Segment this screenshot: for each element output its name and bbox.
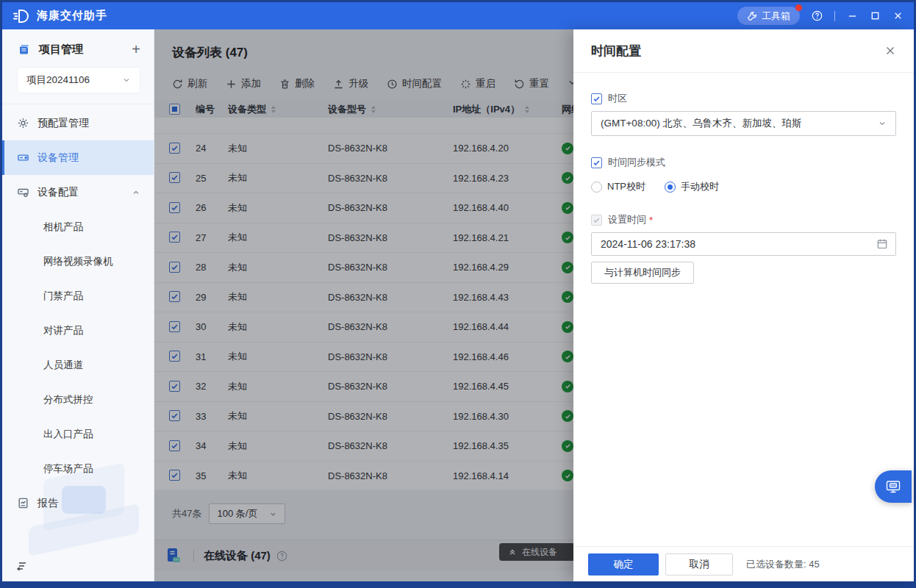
table-row[interactable]: 26 未知 DS-8632N-K8 192.168.4.40 [154, 193, 573, 223]
sort-icon[interactable] [371, 106, 376, 113]
table-row[interactable]: 32 未知 DS-8632N-K8 192.168.4.45 [154, 372, 573, 402]
check-icon [171, 323, 179, 331]
upload-icon [333, 79, 344, 90]
panel-close-button[interactable] [884, 45, 896, 57]
close-window-button[interactable] [892, 10, 904, 21]
set-time-input[interactable] [591, 232, 896, 256]
sidebar-subitem[interactable]: 相机产品 [2, 209, 154, 244]
device-model: DS-8632N-K8 [328, 411, 453, 422]
device-type: 未知 [228, 261, 328, 274]
device-model: DS-8632N-K8 [328, 321, 453, 332]
device-model: DS-8632N-K8 [328, 262, 453, 273]
col-header-num[interactable]: 编号 [196, 103, 228, 116]
row-checkbox[interactable] [169, 172, 180, 183]
device-ip: 192.168.4.44 [453, 321, 562, 332]
check-icon [171, 144, 179, 152]
floating-monitor-button[interactable] [875, 470, 912, 503]
upgrade-button[interactable]: 升级 [333, 77, 368, 90]
radio-off-icon [591, 182, 602, 193]
table-row[interactable]: 25 未知 DS-8632N-K8 192.168.4.23 [154, 164, 573, 194]
row-checkbox[interactable] [169, 470, 180, 481]
confirm-button[interactable]: 确定 [588, 553, 659, 576]
sidebar-subitem[interactable]: 分布式拼控 [2, 382, 154, 417]
online-devices-expand-tab[interactable]: 在线设备 [499, 543, 573, 561]
monitor-icon [885, 478, 901, 495]
sidebar-subitem[interactable]: 停车场产品 [2, 451, 154, 486]
timezone-select[interactable]: (GMT+08:00) 北京、乌鲁木齐、新加坡、珀斯 [591, 111, 896, 136]
page-size-select[interactable]: 100 条/页 [209, 503, 285, 524]
timezone-checkbox[interactable] [591, 93, 602, 104]
table-row[interactable]: 29 未知 DS-8632N-K8 192.168.4.43 [154, 283, 573, 313]
row-checkbox[interactable] [169, 351, 180, 362]
sort-icon[interactable] [525, 106, 529, 113]
online-devices-bar[interactable]: 在线设备 (47) 在线设备 [154, 539, 573, 571]
sidebar-subitem[interactable]: 对讲产品 [2, 313, 154, 348]
table-row[interactable]: 27 未知 DS-8632N-K8 192.168.4.21 [154, 223, 573, 254]
row-checkbox[interactable] [169, 291, 180, 302]
restart-button[interactable]: 重启 [460, 77, 495, 90]
reset-button[interactable]: 重置 [514, 77, 549, 90]
row-checkbox[interactable] [169, 381, 180, 392]
manual-radio[interactable]: 手动校时 [665, 180, 719, 193]
maximize-button[interactable] [870, 10, 881, 21]
minimize-button[interactable] [847, 10, 858, 21]
add-button[interactable]: 添加 [226, 77, 261, 90]
project-select[interactable]: 项目20241106 [17, 67, 140, 93]
app-title: 海康交付助手 [37, 9, 107, 23]
sidebar-collapse-button[interactable] [15, 559, 29, 573]
sync-with-computer-button[interactable]: 与计算机时间同步 [591, 262, 694, 284]
row-checkbox[interactable] [169, 262, 180, 273]
sidebar-subitem[interactable]: 网络视频录像机 [2, 244, 154, 279]
table-row[interactable]: 34 未知 DS-8632N-K8 192.168.4.35 [154, 431, 573, 462]
delete-button[interactable]: 删除 [279, 77, 315, 90]
row-checkbox[interactable] [169, 143, 180, 154]
sidebar-subitem[interactable]: 人员通道 [2, 348, 154, 382]
refresh-button[interactable]: 刷新 [172, 77, 207, 90]
sidebar-item-report[interactable]: 报告 [2, 486, 154, 520]
gear-icon [17, 117, 29, 129]
device-type: 未知 [228, 290, 328, 304]
row-checkbox[interactable] [169, 440, 180, 451]
table-row[interactable]: 24 未知 DS-8632N-K8 192.168.4.20 [154, 134, 573, 164]
row-checkbox[interactable] [169, 321, 180, 332]
project-header: 项目管理 + [2, 29, 154, 65]
select-all-checkbox[interactable] [169, 104, 180, 115]
online-devices-help-icon[interactable] [276, 551, 287, 562]
project-section-title: 项目管理 [39, 43, 83, 57]
sync-mode-checkbox[interactable] [591, 157, 602, 168]
col-header-ip[interactable]: IP地址（IPv4） [453, 103, 562, 116]
sidebar: 项目管理 + 项目20241106 预配置管理 设备管理 设备 [2, 29, 154, 581]
sidebar-item-device-management[interactable]: 设备管理 [2, 140, 154, 175]
sidebar-subitem[interactable]: 出入口产品 [2, 417, 154, 451]
device-type: 未知 [228, 350, 328, 363]
calendar-icon[interactable] [876, 238, 888, 250]
cancel-button[interactable]: 取消 [665, 553, 733, 576]
device-type: 未知 [228, 409, 328, 423]
table-row[interactable]: 30 未知 DS-8632N-K8 192.168.4.44 [154, 312, 573, 343]
row-checkbox[interactable] [169, 202, 180, 213]
col-header-model[interactable]: 设备型号 [328, 103, 453, 116]
table-row[interactable]: 33 未知 DS-8632N-K8 192.168.4.30 [154, 402, 573, 432]
table-row[interactable]: 28 未知 DS-8632N-K8 192.168.4.29 [154, 253, 573, 283]
row-checkbox[interactable] [169, 232, 180, 243]
toolbar-more-button[interactable] [568, 78, 573, 90]
toolbox-button[interactable]: 工具箱 [737, 7, 800, 25]
sidebar-subitem[interactable]: 门禁产品 [2, 279, 154, 313]
timezone-label: 时区 [608, 92, 627, 105]
table-row[interactable]: 31 未知 DS-8632N-K8 192.168.4.46 [154, 343, 573, 373]
chevron-down-icon [122, 76, 131, 85]
sidebar-item-device-config[interactable]: 设备配置 [2, 175, 154, 209]
sort-icon[interactable] [271, 106, 276, 113]
time-config-button[interactable]: 时间配置 [387, 77, 442, 90]
table-row[interactable]: 35 未知 DS-8632N-K8 192.168.4.14 [154, 462, 573, 492]
col-header-type[interactable]: 设备类型 [228, 103, 328, 116]
ntp-radio[interactable]: NTP校时 [591, 180, 645, 193]
set-time-label: 设置时间 [608, 213, 646, 226]
col-header-net[interactable]: 网络 [562, 103, 573, 116]
add-project-button[interactable]: + [132, 42, 140, 57]
sidebar-item-preconfig[interactable]: 预配置管理 [2, 106, 154, 140]
device-list-area: 设备列表 (47) 刷新 添加 删除 升级 [154, 29, 573, 581]
row-checkbox[interactable] [169, 410, 180, 421]
timezone-field-label: 时区 [591, 92, 896, 105]
help-button[interactable] [812, 10, 823, 21]
